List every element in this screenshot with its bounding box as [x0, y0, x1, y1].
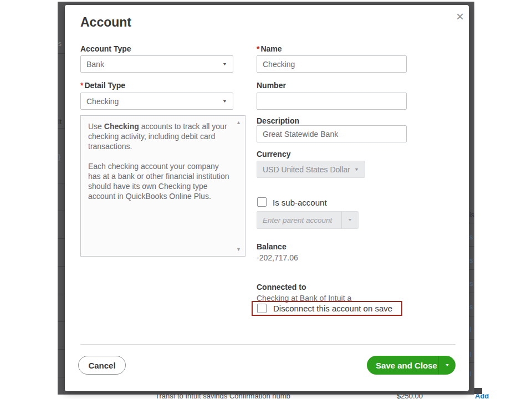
- scroll-down-icon[interactable]: ▼: [236, 247, 241, 252]
- account-type-select[interactable]: Bank ▼: [80, 55, 233, 73]
- bg-text-fragment: it: [58, 119, 62, 125]
- bg-text-fragment: I: [469, 326, 471, 333]
- required-asterisk: *: [80, 81, 83, 90]
- detail-type-select[interactable]: Checking ▼: [80, 93, 233, 110]
- close-icon[interactable]: ×: [452, 8, 468, 25]
- chevron-down-icon: ▼: [445, 363, 450, 367]
- account-modal: × Account Account Type *Name Bank ▼ *Det…: [65, 5, 469, 391]
- name-label: *Name: [257, 44, 282, 53]
- cancel-button[interactable]: Cancel: [78, 356, 126, 375]
- sub-account-checkbox[interactable]: [257, 197, 267, 207]
- chevron-down-icon: ▼: [347, 218, 352, 222]
- chevron-down-icon: ▼: [222, 99, 227, 104]
- number-label: Number: [257, 81, 286, 90]
- bg-row-action-link[interactable]: Add: [475, 394, 489, 399]
- bg-text-fragment: s: [469, 280, 473, 287]
- description-input[interactable]: [257, 125, 407, 142]
- bg-text-fragment: s: [469, 304, 473, 310]
- background-right-strip: isssssIII: [469, 2, 474, 395]
- footer-divider: [80, 344, 456, 345]
- currency-value: USD United States Dollar: [263, 165, 350, 174]
- currency-select: USD United States Dollar ▼: [257, 161, 365, 178]
- connected-to-label: Connected to: [257, 283, 306, 291]
- bg-text-fragment: I: [469, 371, 471, 377]
- parent-account-caret-section: ▼: [341, 212, 358, 228]
- balance-value: -202,717.06: [257, 253, 298, 262]
- modal-title: Account: [80, 15, 131, 30]
- parent-account-placeholder: Enter parent account: [263, 216, 332, 224]
- background-table-row: Transf to Intuit savings Confirmation nu…: [0, 394, 532, 399]
- currency-label: Currency: [257, 150, 290, 158]
- save-options-dropdown[interactable]: ▼: [438, 356, 456, 375]
- account-type-label: Account Type: [80, 44, 131, 53]
- save-and-close-button[interactable]: Save and Close ▼: [367, 356, 456, 375]
- scroll-up-icon[interactable]: ▲: [236, 120, 241, 125]
- detail-type-label: *Detail Type: [80, 81, 125, 90]
- chevron-down-icon: ▼: [354, 167, 359, 172]
- number-input[interactable]: [257, 93, 407, 110]
- save-and-close-label: Save and Close: [367, 356, 438, 375]
- page: sit} isssssIII Transf to Intuit savings …: [0, 0, 532, 399]
- bg-text-fragment: s: [469, 234, 473, 241]
- required-asterisk: *: [257, 44, 259, 53]
- bg-text-fragment: s: [469, 257, 473, 264]
- description-label: Description: [257, 116, 299, 125]
- bg-text-fragment: s: [58, 40, 62, 47]
- name-input[interactable]: [257, 55, 407, 73]
- detail-type-description-box[interactable]: Use Checking accounts to track all your …: [80, 115, 245, 257]
- detail-type-description-text: Use Checking accounts to track all your …: [88, 121, 233, 201]
- bg-row-description: Transf to Intuit savings Confirmation nu…: [155, 394, 290, 399]
- bg-row-amount: $250.00: [397, 394, 423, 399]
- disconnect-label: Disconnect this account on save: [273, 304, 392, 313]
- balance-label: Balance: [257, 242, 287, 251]
- detail-type-value: Checking: [86, 97, 119, 106]
- parent-account-combo: Enter parent account ▼: [257, 211, 359, 229]
- disconnect-checkbox[interactable]: [257, 304, 267, 313]
- chevron-down-icon: ▼: [222, 62, 227, 66]
- bg-text-fragment: I: [469, 351, 471, 358]
- disconnect-annotation-box: Disconnect this account on save: [252, 301, 402, 316]
- account-type-value: Bank: [86, 60, 104, 69]
- background-scroll-notch: [474, 388, 482, 394]
- bg-text-fragment: }: [58, 154, 60, 160]
- bg-text-fragment: is: [469, 212, 474, 218]
- background-left-strip: sit}: [58, 2, 65, 395]
- sub-account-label: Is sub-account: [273, 198, 327, 207]
